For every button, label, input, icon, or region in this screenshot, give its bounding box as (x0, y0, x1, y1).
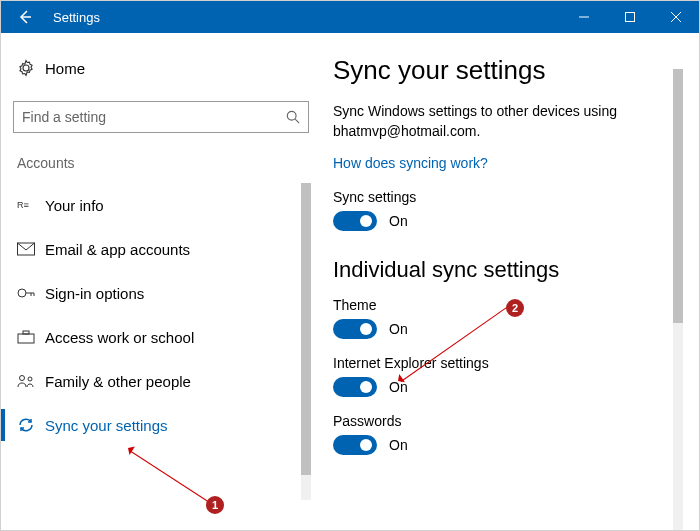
scrollbar-thumb[interactable] (673, 69, 683, 323)
window-title: Settings (49, 1, 561, 33)
home-label: Home (45, 60, 85, 77)
toggle-sync-settings[interactable] (333, 211, 377, 231)
window-controls (561, 1, 699, 33)
toggle-state: On (389, 437, 408, 453)
sidebar-item-label: Your info (45, 197, 104, 214)
arrow-left-icon (17, 9, 33, 25)
sidebar-item-label: Sync your settings (45, 417, 168, 434)
family-icon (17, 374, 45, 388)
search-icon (286, 110, 300, 124)
page-title: Sync your settings (333, 55, 699, 86)
toggle-state: On (389, 213, 408, 229)
sync-icon (17, 417, 45, 433)
sidebar-group-header: Accounts (13, 149, 321, 183)
close-button[interactable] (653, 1, 699, 33)
setting-label-passwords: Passwords (333, 413, 699, 429)
toggle-passwords[interactable] (333, 435, 377, 455)
sidebar-item-label: Sign-in options (45, 285, 144, 302)
briefcase-icon (17, 330, 45, 344)
content-scrollbar[interactable] (673, 69, 683, 530)
sidebar-item-family[interactable]: Family & other people (13, 359, 299, 403)
person-icon: R≡ (17, 198, 45, 212)
gear-icon (17, 59, 45, 77)
sidebar-nav: R≡ Your info Email & app accounts Sign-i… (13, 183, 321, 530)
sidebar-item-sync[interactable]: Sync your settings (13, 403, 299, 447)
svg-rect-2 (626, 13, 635, 22)
minimize-icon (579, 12, 589, 22)
sidebar-item-signin[interactable]: Sign-in options (13, 271, 299, 315)
maximize-icon (625, 12, 635, 22)
back-button[interactable] (1, 1, 49, 33)
minimize-button[interactable] (561, 1, 607, 33)
content-pane: Sync your settings Sync Windows settings… (321, 33, 699, 530)
scrollbar-thumb[interactable] (301, 183, 311, 475)
titlebar: Settings (1, 1, 699, 33)
sidebar-item-your-info[interactable]: R≡ Your info (13, 183, 299, 227)
toggle-state: On (389, 321, 408, 337)
sidebar-item-label: Access work or school (45, 329, 194, 346)
svg-point-9 (18, 289, 26, 297)
search-placeholder: Find a setting (22, 109, 286, 125)
page-description: Sync Windows settings to other devices u… (333, 102, 699, 141)
home-button[interactable]: Home (13, 51, 321, 85)
toggle-state: On (389, 379, 408, 395)
svg-rect-14 (23, 331, 29, 334)
sidebar-item-email[interactable]: Email & app accounts (13, 227, 299, 271)
setting-label-ie: Internet Explorer settings (333, 355, 699, 371)
toggle-theme[interactable] (333, 319, 377, 339)
setting-label-theme: Theme (333, 297, 699, 313)
svg-point-15 (20, 376, 25, 381)
search-input[interactable]: Find a setting (13, 101, 309, 133)
svg-point-5 (287, 111, 296, 120)
sidebar-scrollbar[interactable] (301, 183, 311, 500)
email-icon (17, 242, 45, 256)
section-heading: Individual sync settings (333, 257, 699, 283)
sidebar-item-label: Email & app accounts (45, 241, 190, 258)
sidebar: Home Find a setting Accounts R≡ Your inf… (1, 33, 321, 530)
toggle-ie-settings[interactable] (333, 377, 377, 397)
key-icon (17, 286, 45, 300)
maximize-button[interactable] (607, 1, 653, 33)
sidebar-item-label: Family & other people (45, 373, 191, 390)
help-link[interactable]: How does syncing work? (333, 155, 699, 171)
close-icon (671, 12, 681, 22)
sidebar-item-work[interactable]: Access work or school (13, 315, 299, 359)
svg-rect-13 (18, 334, 34, 343)
setting-label-master: Sync settings (333, 189, 699, 205)
svg-line-6 (295, 119, 299, 123)
svg-text:R≡: R≡ (17, 200, 29, 210)
svg-point-16 (28, 377, 32, 381)
